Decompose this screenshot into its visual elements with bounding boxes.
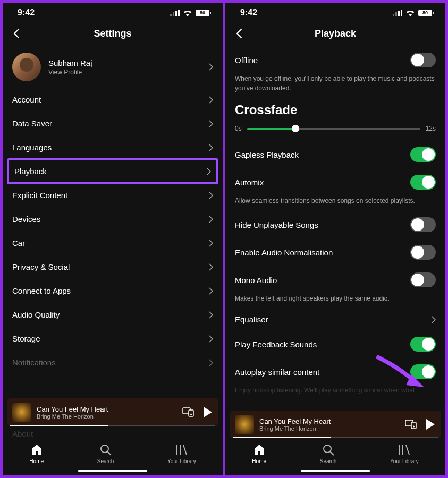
svg-rect-0 [170, 14, 172, 16]
phone-right-playback: 9:42 80 Playback Offline When you go off… [225, 3, 445, 475]
slider-min: 0s [235, 125, 242, 132]
nav-library[interactable]: Your Library [167, 443, 196, 464]
nav-home[interactable]: Home [252, 443, 266, 464]
slider-max: 12s [426, 125, 436, 132]
profile-row[interactable]: Subham Raj View Profile [10, 46, 215, 88]
chevron-right-icon [209, 311, 213, 319]
playback-list[interactable]: Offline When you go offline, you'll only… [225, 46, 445, 411]
svg-rect-12 [395, 12, 397, 16]
status-bar: 9:42 80 [3, 3, 223, 21]
settings-item-notifications[interactable]: Notifications [10, 351, 215, 374]
now-playing-bar[interactable]: Can You Feel My Heart Bring Me The Horiz… [230, 411, 441, 438]
svg-line-8 [107, 451, 111, 455]
toggle-switch[interactable] [410, 217, 436, 232]
chevron-right-icon [209, 240, 213, 247]
chevron-right-icon [209, 120, 213, 127]
toggle-autoplay: Autoplay similar content [233, 358, 438, 386]
automix-desc: Allow seamless transitions between songs… [233, 196, 438, 211]
devices-icon[interactable] [182, 407, 194, 417]
toggle-hide-unplayable: Hide Unplayable Songs [233, 211, 438, 238]
chevron-right-icon [209, 144, 213, 151]
status-bar: 9:42 80 [225, 3, 445, 21]
toggle-switch[interactable] [410, 364, 436, 379]
settings-item-privacy[interactable]: Privacy & Social [10, 255, 215, 279]
search-icon [322, 443, 335, 456]
phone-left-settings: 9:42 80 Settings Subham Raj View Profile… [3, 3, 223, 475]
chevron-right-icon [432, 316, 436, 323]
toggle-switch[interactable] [410, 272, 436, 287]
wifi-icon [183, 10, 192, 16]
play-icon[interactable] [425, 419, 436, 430]
chevron-right-icon [209, 96, 213, 104]
chevron-right-icon [209, 359, 213, 366]
signal-icon [393, 10, 402, 16]
svg-line-19 [330, 451, 334, 455]
toggle-switch[interactable] [410, 53, 436, 67]
svg-rect-13 [398, 11, 400, 16]
settings-item-account[interactable]: Account [10, 88, 215, 112]
chevron-right-icon [209, 335, 213, 343]
settings-list[interactable]: Subham Raj View Profile Account Data Sav… [3, 46, 223, 398]
wifi-icon [405, 10, 415, 16]
album-art [12, 403, 31, 422]
settings-item-languages[interactable]: Languages [10, 135, 215, 159]
crossfade-slider-row: 0s 12s [233, 125, 438, 141]
settings-item-audio-quality[interactable]: Audio Quality [10, 303, 215, 327]
settings-item-explicit[interactable]: Explicit Content [10, 183, 215, 207]
home-icon [30, 443, 43, 456]
offline-desc: When you go offline, you'll only be able… [233, 74, 438, 98]
back-button[interactable] [234, 28, 244, 39]
nav-search[interactable]: Search [320, 443, 337, 464]
track-title: Can You Feel My Heart [37, 405, 177, 413]
library-icon [175, 443, 188, 456]
equaliser-row[interactable]: Equaliser [233, 309, 438, 330]
svg-rect-2 [175, 11, 177, 16]
settings-item-data-saver[interactable]: Data Saver [10, 112, 215, 135]
crossfade-slider[interactable] [247, 128, 420, 130]
svg-rect-11 [393, 14, 394, 16]
svg-rect-14 [401, 10, 402, 16]
settings-item-about-cut: About [3, 426, 223, 438]
svg-rect-3 [178, 10, 180, 16]
toggle-switch[interactable] [410, 245, 436, 260]
track-title: Can You Feel My Heart [259, 417, 400, 425]
settings-item-devices[interactable]: Devices [10, 207, 215, 231]
battery-icon: 80 [196, 10, 211, 16]
home-indicator [78, 470, 147, 472]
settings-item-connect[interactable]: Connect to Apps [10, 279, 215, 303]
home-icon [253, 443, 266, 456]
nav-home[interactable]: Home [29, 443, 44, 464]
battery-icon: 80 [418, 10, 434, 16]
svg-rect-1 [173, 12, 174, 16]
status-time: 9:42 [240, 8, 257, 18]
library-icon [398, 443, 411, 456]
back-button[interactable] [11, 28, 22, 39]
chevron-right-icon [209, 192, 213, 199]
nav-search[interactable]: Search [97, 443, 114, 464]
settings-item-storage[interactable]: Storage [10, 327, 215, 351]
toggle-switch[interactable] [410, 175, 436, 190]
toggle-switch[interactable] [410, 337, 436, 352]
svg-rect-16 [411, 422, 416, 429]
autoplay-desc: Enjoy nonstop listening. We'll play some… [233, 386, 438, 400]
page-title: Settings [3, 28, 223, 39]
nav-bar: Home Search Your Library [3, 438, 223, 467]
now-playing-bar[interactable]: Can You Feel My Heart Bring Me The Horiz… [7, 398, 218, 426]
status-icons: 80 [393, 10, 434, 16]
devices-icon[interactable] [405, 420, 417, 429]
settings-item-playback[interactable]: Playback [7, 158, 218, 184]
play-icon[interactable] [202, 406, 213, 418]
chevron-right-icon [207, 168, 211, 175]
toggle-gapless: Gapless Playback [233, 141, 438, 168]
nav-library[interactable]: Your Library [390, 443, 419, 464]
search-icon [99, 443, 112, 456]
toggle-automix: Automix [233, 168, 438, 196]
toggle-switch[interactable] [410, 147, 436, 162]
nav-bar: Home Search Your Library [225, 438, 445, 467]
mono-desc: Makes the left and right speakers play t… [233, 294, 438, 309]
svg-rect-5 [189, 410, 193, 416]
header: Settings [3, 21, 223, 46]
crossfade-title: Crossfade [233, 98, 438, 125]
status-time: 9:42 [18, 8, 35, 18]
settings-item-car[interactable]: Car [10, 231, 215, 255]
